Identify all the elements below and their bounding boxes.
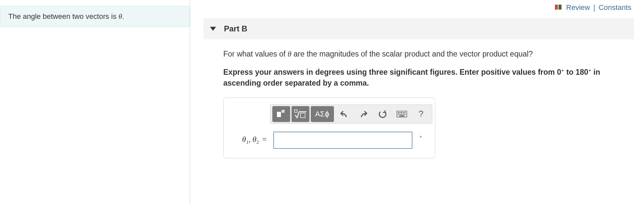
svg-rect-8 [400,112,401,113]
part-header[interactable]: Part B [203,18,634,39]
top-links: Review | Constants [203,0,634,18]
undo-icon [340,110,349,118]
help-button[interactable]: ? [412,106,430,122]
answer-unit: ∘ [419,134,422,140]
right-panel: Review | Constants Part B For what value… [190,0,644,205]
redo-icon [359,110,368,118]
template-icon [276,109,287,119]
constants-link[interactable]: Constants [599,3,631,12]
keyboard-icon [397,111,407,117]
svg-rect-10 [403,112,404,113]
book-icon [555,4,562,12]
reset-icon [378,110,387,118]
svg-rect-15 [403,114,404,115]
svg-rect-9 [401,112,402,113]
math-root-button[interactable] [292,106,309,122]
svg-rect-2 [277,112,281,117]
svg-rect-5 [300,113,305,118]
equation-toolbar: ΑΣϕ [270,104,432,124]
template-button[interactable] [272,106,290,122]
math-root-icon [294,109,307,119]
problem-intro: The angle between two vectors is θ. [0,6,190,27]
keyboard-button[interactable] [393,106,411,122]
answer-box: ΑΣϕ [223,98,435,158]
svg-rect-7 [398,112,399,113]
svg-rect-11 [404,112,405,113]
svg-rect-3 [282,110,285,113]
question-body: For what values of θ are the magnitudes … [203,49,634,158]
greek-letters-button[interactable]: ΑΣϕ [311,106,334,122]
answer-label: θ1, θ2 = [230,135,267,145]
svg-rect-17 [399,115,404,116]
svg-rect-13 [400,114,401,115]
review-link[interactable]: Review [566,3,590,12]
svg-rect-12 [398,114,399,115]
instruction-text: Express your answers in degrees using th… [223,67,631,88]
answer-row: θ1, θ2 = ∘ [230,132,424,149]
part-title: Part B [224,24,247,33]
answer-input[interactable] [273,132,412,149]
left-panel: The angle between two vectors is θ. [0,0,190,205]
question-text: For what values of θ are the magnitudes … [223,49,631,60]
svg-rect-4 [295,110,297,112]
undo-button[interactable] [335,106,353,122]
reset-button[interactable] [374,106,392,122]
intro-text: The angle between two vectors is θ. [8,12,124,20]
redo-button[interactable] [354,106,372,122]
svg-rect-14 [401,114,402,115]
svg-rect-16 [404,114,405,115]
svg-rect-0 [555,5,558,10]
collapse-triangle-icon [210,27,216,31]
link-separator: | [593,3,595,12]
svg-rect-1 [559,5,562,10]
